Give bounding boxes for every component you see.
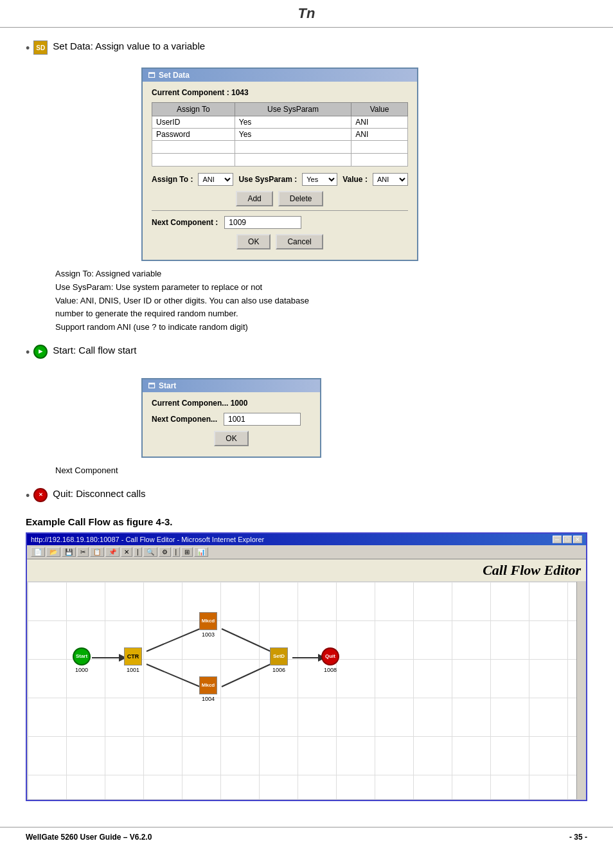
node-ctr-1001[interactable]: CTR 1001	[123, 646, 143, 673]
setdata-1006-icon: SetD	[269, 646, 289, 667]
toolbar-save[interactable]: 💾	[62, 547, 76, 557]
section-set-data: • SD Set Data: Assign value to a variabl…	[26, 41, 587, 56]
set-data-dialog-container: 🗔 Set Data Current Component : 1043 Assi…	[141, 68, 587, 261]
node-1004-label: 1004	[202, 696, 215, 702]
footer-left: WellGate 5260 User Guide – V6.2.0	[26, 833, 152, 842]
restore-button[interactable]: □	[563, 536, 572, 543]
set-data-titlebar: 🗔 Set Data	[143, 69, 417, 82]
call-flow-title: Call Flow Editor	[483, 562, 581, 579]
start-node-icon: Start	[71, 646, 92, 667]
add-button[interactable]: Add	[236, 191, 272, 206]
next-component-input[interactable]	[224, 216, 301, 229]
start-dialog: 🗔 Start Current Componen... 1000 Next Co…	[141, 378, 321, 458]
set-data-dialog-body: Current Component : 1043 Assign To Use S…	[143, 82, 417, 260]
cancel-button[interactable]: Cancel	[276, 234, 323, 249]
section-quit: • ✕ Quit: Disconnect calls	[26, 488, 587, 503]
start-dialog-title: Start	[159, 381, 176, 390]
quit-icon: ✕	[33, 488, 49, 503]
top-bar: Tn	[0, 0, 613, 28]
call-flow-header: Call Flow Editor	[27, 559, 586, 581]
table-row: Password Yes ANI	[152, 129, 408, 141]
window-controls: ─ □ ✕	[553, 536, 582, 543]
logo: Tn	[298, 5, 315, 21]
section1-title: Set Data: Assign value to a variable	[53, 41, 205, 51]
table-row-empty	[152, 154, 408, 167]
makecd-1004-icon: Mkcd	[198, 675, 218, 696]
assign-to-form-row: Assign To : ANI Use SysParam : Yes No Va…	[152, 173, 408, 186]
section-start: • ▶ Start: Call flow start	[26, 345, 587, 360]
scrollbar-right[interactable]	[576, 582, 585, 799]
call-flow-canvas[interactable]: Start 1000 CTR 1001 Mkcd 1003	[27, 581, 586, 800]
start-current-component: Current Componen... 1000	[152, 399, 311, 408]
node-quit-1008[interactable]: Quit 1008	[320, 646, 341, 673]
node-1008-label: 1008	[324, 667, 337, 673]
toolbar-props[interactable]: 📊	[194, 547, 208, 557]
dialog-window-icon: 🗔	[148, 71, 155, 79]
section2-description: Next Component	[55, 464, 587, 478]
toolbar-open[interactable]: 📂	[46, 547, 60, 557]
desc-line-5: Support random ANI (use ? to indicate ra…	[55, 321, 587, 334]
start-ok-row: OK	[152, 431, 311, 446]
value-label: Value :	[342, 175, 368, 184]
node-1006-label: 1006	[272, 667, 285, 673]
start-icon: ▶	[33, 345, 49, 360]
toolbar-cut[interactable]: ✂	[77, 547, 89, 557]
node-setdata-1006[interactable]: SetD 1006	[269, 646, 289, 673]
desc-line-4: number to generate the required random n…	[55, 307, 587, 321]
bullet-3: •	[26, 489, 30, 503]
add-delete-row: Add Delete	[152, 191, 408, 206]
example-title: Example Call Flow as figure 4-3.	[26, 516, 587, 527]
bullet-2: •	[26, 346, 30, 359]
desc-line-2: Use SysParam: Use system parameter to re…	[55, 281, 587, 294]
toolbar-separator2: |	[172, 547, 181, 557]
node-makecd-1003[interactable]: Mkcd 1003	[198, 611, 218, 638]
start-next-input[interactable]	[224, 413, 301, 426]
browser-toolbar: 📄 📂 💾 ✂ 📋 📌 ✕ | 🔍 ⚙ | ⊞ 📊	[27, 545, 586, 559]
section3-title: Quit: Disconnect calls	[53, 488, 145, 499]
delete-button[interactable]: Delete	[278, 191, 324, 206]
section1-description: Assign To: Assigned variable Use SysPara…	[55, 267, 587, 334]
next-component-label: Next Component :	[152, 218, 218, 227]
start-ok-button[interactable]: OK	[214, 431, 248, 446]
makecd-1003-icon: Mkcd	[198, 611, 218, 631]
node-start-1000[interactable]: Start 1000	[71, 646, 92, 673]
row2-sysparam: Yes	[235, 129, 351, 141]
minimize-button[interactable]: ─	[553, 536, 562, 543]
row1-sysparam: Yes	[235, 116, 351, 129]
set-data-icon: SD	[33, 41, 49, 56]
use-sysparam-label: Use SysParam :	[238, 175, 297, 184]
bottom-bar: WellGate 5260 User Guide – V6.2.0 - 35 -	[0, 827, 613, 847]
toolbar-grid[interactable]: ⊞	[181, 547, 193, 557]
start-next-label: Next Componen...	[152, 415, 217, 424]
row2-value: ANI	[351, 129, 408, 141]
quit-1008-icon: Quit	[320, 646, 341, 667]
assign-to-label: Assign To :	[152, 175, 193, 184]
start-desc: Next Component	[55, 464, 587, 478]
example-section: Example Call Flow as figure 4-3. http://…	[26, 516, 587, 801]
desc-line-1: Assign To: Assigned variable	[55, 267, 587, 281]
assign-to-select[interactable]: ANI	[198, 173, 233, 186]
toolbar-paste[interactable]: 📌	[105, 547, 120, 557]
next-component-row: Next Component :	[152, 216, 408, 229]
browser-window: http://192.168.19.180:10087 - Call Flow …	[26, 532, 587, 801]
toolbar-settings[interactable]: ⚙	[159, 547, 171, 557]
current-component-value: 1043	[231, 88, 249, 97]
table-row: UserID Yes ANI	[152, 116, 408, 129]
footer-right: - 35 -	[569, 833, 587, 842]
section2-title: Start: Call flow start	[53, 345, 136, 356]
close-button[interactable]: ✕	[573, 536, 582, 543]
flow-grid	[28, 582, 585, 799]
col-use-sysparam: Use SysParam	[235, 103, 351, 116]
table-row-empty	[152, 141, 408, 154]
toolbar-new[interactable]: 📄	[31, 547, 45, 557]
col-assign-to: Assign To	[152, 103, 235, 116]
node-1000-label: 1000	[75, 667, 88, 673]
use-sysparam-select[interactable]: Yes No	[302, 173, 337, 186]
node-makecd-1004[interactable]: Mkcd 1004	[198, 675, 218, 702]
value-select[interactable]: ANI DNIS	[373, 173, 408, 186]
ok-button[interactable]: OK	[236, 234, 271, 249]
toolbar-copy[interactable]: 📋	[90, 547, 104, 557]
toolbar-zoom[interactable]: 🔍	[143, 547, 157, 557]
browser-url-title: http://192.168.19.180:10087 - Call Flow …	[31, 536, 264, 543]
toolbar-delete[interactable]: ✕	[121, 547, 132, 557]
